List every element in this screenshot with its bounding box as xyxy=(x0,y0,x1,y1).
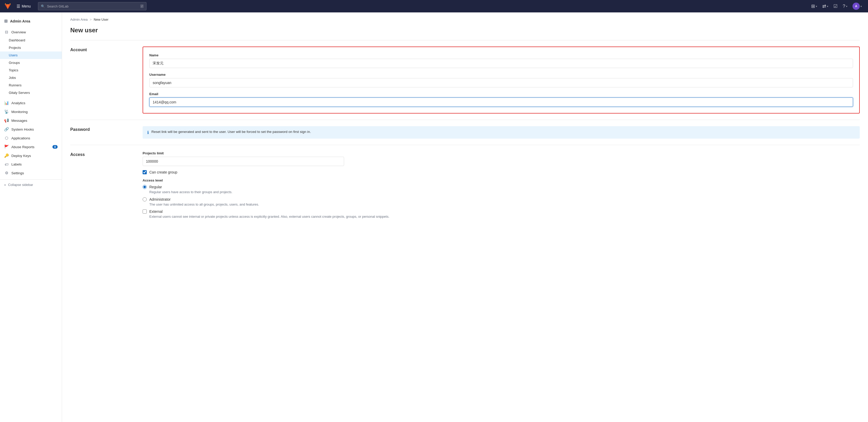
access-level-administrator: Administrator The user has unlimited acc… xyxy=(143,197,860,207)
projects-limit-group: Projects limit xyxy=(143,151,860,166)
help-icon: ? xyxy=(843,4,845,9)
breadcrumb: Admin Area > New User xyxy=(70,18,860,22)
user-avatar-button[interactable]: A ▾ xyxy=(850,1,864,11)
administrator-label: Administrator xyxy=(149,197,170,201)
sidebar-item-jobs[interactable]: Jobs xyxy=(0,74,62,81)
sidebar-item-analytics[interactable]: 📊 Analytics xyxy=(0,99,62,107)
menu-button[interactable]: ☰ Menu xyxy=(14,3,33,10)
merge-icon: ⇄ xyxy=(822,3,826,9)
sidebar-item-applications[interactable]: ⬡ Applications xyxy=(0,134,62,142)
analytics-icon: 📊 xyxy=(4,101,9,105)
sidebar-applications-label: Applications xyxy=(11,136,30,140)
sidebar-item-users[interactable]: Users xyxy=(0,52,62,59)
external-radio-row: External xyxy=(143,209,860,214)
sidebar-item-settings[interactable]: ⚙ Settings xyxy=(0,169,62,177)
sidebar-analytics-label: Analytics xyxy=(11,101,25,105)
projects-limit-input[interactable] xyxy=(143,157,344,166)
username-input[interactable] xyxy=(149,78,853,87)
breadcrumb-separator: > xyxy=(90,18,92,22)
new-item-button[interactable]: ⊞ ▾ xyxy=(809,2,819,10)
page-title: New user xyxy=(70,27,860,34)
avatar: A xyxy=(852,3,860,10)
sidebar-item-dashboard[interactable]: Dashboard xyxy=(0,36,62,44)
search-bar[interactable]: 🔍 / xyxy=(38,2,147,10)
regular-label: Regular xyxy=(149,185,162,189)
account-card: Name Username Email xyxy=(143,47,860,114)
hooks-icon: 🔗 xyxy=(4,127,9,132)
page-layout: ⊞ Admin Area ⊟ Overview Dashboard Projec… xyxy=(0,12,868,422)
projects-limit-label: Projects limit xyxy=(143,151,860,155)
access-level-regular: Regular Regular users have access to the… xyxy=(143,185,860,195)
access-section-label: Access xyxy=(70,151,143,223)
sidebar-item-projects[interactable]: Projects xyxy=(0,44,62,52)
sidebar-header: ⊞ Admin Area xyxy=(0,17,62,28)
search-icon: 🔍 xyxy=(41,4,45,8)
can-create-group-label: Can create group xyxy=(149,170,177,174)
name-label: Name xyxy=(149,53,853,57)
sidebar-messages-label: Messages xyxy=(11,119,27,122)
sidebar-item-overview[interactable]: ⊟ Overview xyxy=(0,28,62,36)
sidebar-item-abuse-reports[interactable]: 🚩 Abuse Reports 0 xyxy=(0,142,62,151)
sidebar-footer: « Collapse sidebar xyxy=(0,179,62,190)
search-input[interactable] xyxy=(47,4,138,8)
sidebar-abuse-label: Abuse Reports xyxy=(11,145,34,149)
username-label: Username xyxy=(149,73,853,77)
account-section-content: Name Username Email xyxy=(143,47,860,114)
help-button[interactable]: ? ▾ xyxy=(841,2,849,10)
external-description: External users cannot see internal or pr… xyxy=(143,214,860,219)
abuse-icon: 🚩 xyxy=(4,144,9,149)
sidebar-item-runners[interactable]: Runners xyxy=(0,81,62,89)
labels-icon: 🏷 xyxy=(4,162,9,167)
top-nav-right: ⊞ ▾ ⇄ ▾ ☑ ? ▾ A ▾ xyxy=(809,1,864,11)
dropdown-caret-2: ▾ xyxy=(827,5,828,8)
sidebar-labels-label: Labels xyxy=(11,162,22,166)
breadcrumb-parent[interactable]: Admin Area xyxy=(70,18,88,22)
sidebar-monitoring-label: Monitoring xyxy=(11,110,28,114)
account-section-label: Account xyxy=(70,47,143,114)
menu-label: Menu xyxy=(22,4,31,8)
password-info-box: ℹ Reset link will be generated and sent … xyxy=(143,126,860,139)
email-group: Email xyxy=(149,92,853,107)
collapse-sidebar-button[interactable]: « Collapse sidebar xyxy=(4,183,58,187)
merge-requests-button[interactable]: ⇄ ▾ xyxy=(820,2,830,10)
name-input[interactable] xyxy=(149,59,853,68)
administrator-radio[interactable] xyxy=(143,197,147,201)
plus-icon: ⊞ xyxy=(811,3,815,9)
search-kbd: / xyxy=(140,4,144,8)
administrator-description: The user has unlimited access to all gro… xyxy=(143,202,860,207)
admin-icon: ⊞ xyxy=(4,19,7,24)
password-section: Password ℹ Reset link will be generated … xyxy=(70,120,860,145)
messages-icon: 📢 xyxy=(4,118,9,123)
sidebar-item-gitaly-servers[interactable]: Gitaly Servers xyxy=(0,89,62,96)
account-section: Account Name Username Email xyxy=(70,40,860,120)
collapse-label: Collapse sidebar xyxy=(8,183,33,187)
external-label: External xyxy=(149,209,162,214)
sidebar-item-system-hooks[interactable]: 🔗 System Hooks xyxy=(0,125,62,134)
sidebar-overview-label: Overview xyxy=(11,30,26,34)
sidebar-item-deploy-keys[interactable]: 🔑 Deploy Keys xyxy=(0,151,62,160)
regular-radio[interactable] xyxy=(143,185,147,189)
main-content: Admin Area > New User New user Account N… xyxy=(62,12,868,422)
sidebar-item-topics[interactable]: Topics xyxy=(0,66,62,74)
sidebar-item-groups[interactable]: Groups xyxy=(0,59,62,66)
access-level-label: Access level xyxy=(143,178,860,182)
breadcrumb-current: New User xyxy=(94,18,108,22)
sidebar-item-labels[interactable]: 🏷 Labels xyxy=(0,160,62,169)
can-create-group-checkbox[interactable] xyxy=(143,170,147,174)
applications-icon: ⬡ xyxy=(4,136,9,140)
access-section-content: Projects limit Can create group Access l… xyxy=(143,151,860,223)
issues-icon: ☑ xyxy=(833,3,838,9)
access-level-external: External External users cannot see inter… xyxy=(143,209,860,219)
email-input[interactable] xyxy=(149,97,853,107)
username-group: Username xyxy=(149,73,853,87)
gitlab-logo[interactable] xyxy=(4,3,11,10)
name-group: Name xyxy=(149,53,853,68)
dropdown-caret: ▾ xyxy=(816,5,817,8)
dropdown-caret-3: ▾ xyxy=(846,5,847,8)
external-checkbox[interactable] xyxy=(143,209,147,214)
issues-button[interactable]: ☑ xyxy=(831,2,840,10)
administrator-radio-row: Administrator xyxy=(143,197,860,201)
hamburger-icon: ☰ xyxy=(17,4,20,9)
sidebar-item-messages[interactable]: 📢 Messages xyxy=(0,116,62,125)
sidebar-item-monitoring[interactable]: 📡 Monitoring xyxy=(0,107,62,116)
